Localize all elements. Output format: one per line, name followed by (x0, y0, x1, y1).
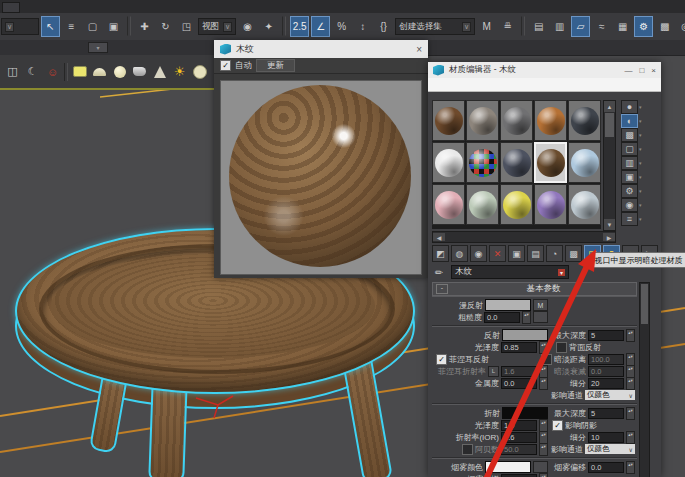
material-id-icon[interactable]: ◔ (546, 245, 563, 262)
affect-shadows-checkbox[interactable] (552, 420, 563, 431)
sun-icon[interactable]: ☀ (171, 63, 188, 80)
put-to-library-icon[interactable]: ▤ (527, 245, 544, 262)
material-slot[interactable] (466, 142, 499, 183)
scroll-down-icon[interactable]: ▼ (604, 219, 615, 230)
render-setup-icon[interactable]: ⚙ (634, 16, 653, 37)
dim-distance-checkbox[interactable] (541, 354, 552, 365)
select-by-material-icon[interactable]: ◉▾ (619, 198, 655, 211)
roughness-field[interactable]: 0.0 (484, 312, 520, 323)
snap-toggle-icon[interactable]: 2.5 (290, 16, 309, 37)
plane-light-icon[interactable] (71, 63, 88, 80)
ribbon-media-dropdown[interactable]: ▾ (88, 42, 108, 53)
sphere-light-icon[interactable] (111, 63, 128, 80)
get-material-icon[interactable]: ◩ (432, 245, 449, 262)
reflect-glossiness-field[interactable]: 0.85 (501, 342, 537, 353)
palette-vertical-scrollbar[interactable]: ▲ ▼ (603, 100, 616, 231)
affect-channels-dropdown[interactable]: 仅颜色 ∨ (585, 390, 635, 400)
window-crossing-icon[interactable]: ▣ (104, 16, 123, 37)
scale-icon[interactable]: ◳ (177, 16, 196, 37)
character-icon[interactable]: ☺ (44, 63, 61, 80)
parameters-scrollbar[interactable] (639, 282, 650, 477)
scroll-thumb[interactable] (605, 113, 614, 137)
scroll-left-icon[interactable]: ◀ (433, 233, 445, 241)
material-map-navigator-icon[interactable]: ≡▾ (619, 212, 655, 225)
material-editor-title-bar[interactable]: 材质编辑器 - 木纹 — □ × (428, 62, 661, 78)
fog-bias-field[interactable]: 0.0 (588, 462, 624, 473)
scene-explorer-icon[interactable]: ▥ (550, 16, 569, 37)
fog-color-swatch[interactable] (485, 461, 531, 473)
camera-track-icon[interactable]: ◫ (4, 63, 21, 80)
roughness-map-slot[interactable] (533, 311, 548, 323)
material-slot[interactable] (500, 184, 533, 225)
update-button[interactable]: 更新 (256, 59, 295, 72)
spinner[interactable]: ▴▾ (626, 461, 635, 474)
keyboard-override-icon[interactable]: {} (374, 16, 393, 37)
rollout-header[interactable]: - 基本参数 (432, 282, 637, 296)
selection-filter-dropdown[interactable]: ∨ (1, 18, 39, 35)
dim-falloff-field[interactable]: 0.0 (588, 366, 624, 377)
refraction-color-swatch[interactable] (502, 407, 548, 419)
scroll-right-icon[interactable]: ▶ (603, 233, 615, 241)
abbe-field[interactable]: 50.0 (501, 444, 537, 455)
video-color-check-icon[interactable]: ▥▾ (619, 156, 655, 169)
material-slot[interactable] (534, 142, 567, 183)
material-slot[interactable] (534, 100, 567, 141)
material-slot[interactable] (466, 184, 499, 225)
background-toggle-icon[interactable]: ▩ (565, 245, 582, 262)
refract-subdivs-field[interactable]: 10 (588, 432, 624, 443)
material-slot[interactable] (432, 184, 465, 225)
background-icon[interactable]: ▩▾ (619, 128, 655, 141)
material-slot[interactable] (500, 142, 533, 183)
minimize-icon[interactable]: — (624, 66, 632, 75)
material-slot[interactable] (568, 100, 601, 141)
curve-editor-icon[interactable]: ≈ (592, 16, 611, 37)
metalness-field[interactable]: 0.0 (501, 378, 537, 389)
sample-type-icon[interactable]: ●▾ (619, 100, 655, 113)
select-object-icon[interactable]: ↖ (41, 16, 60, 37)
material-slot[interactable] (432, 100, 465, 141)
percent-snap-icon[interactable]: % (332, 16, 351, 37)
toggle-explorer-icon[interactable]: ▱ (571, 16, 590, 37)
reflection-color-swatch[interactable] (502, 329, 548, 341)
material-name-dropdown[interactable]: 木纹 ▾ (451, 265, 569, 279)
subdivs-field[interactable]: 20 (588, 378, 624, 389)
ior-field[interactable]: 1.6 (501, 432, 537, 443)
pivot-center-icon[interactable]: ◉ (238, 16, 257, 37)
palette-horizontal-scrollbar[interactable]: ◀ ▶ (432, 231, 616, 243)
scroll-up-icon[interactable]: ▲ (604, 101, 615, 112)
fresnel-checkbox[interactable] (436, 354, 447, 365)
preview-title-bar[interactable]: 木纹 × (214, 40, 428, 58)
material-slot[interactable] (432, 142, 465, 183)
dome-light-icon[interactable] (91, 63, 108, 80)
spinner[interactable]: ▴▾ (539, 377, 548, 390)
backlight-icon[interactable]: ◐▾ (619, 114, 655, 127)
refract-glossiness-field[interactable]: 1.0 (501, 420, 537, 431)
auto-checkbox[interactable] (220, 60, 231, 71)
disc-light-icon[interactable] (191, 63, 208, 80)
fog-multiplier-field[interactable]: 1.0 (501, 474, 537, 477)
spinner[interactable]: ▴▾ (626, 329, 635, 342)
reset-map-icon[interactable]: ✕ (489, 245, 506, 262)
render-production-icon[interactable]: ◎ (676, 16, 685, 37)
rotate-icon[interactable]: ↻ (156, 16, 175, 37)
move-icon[interactable]: ✚ (135, 16, 154, 37)
rect-region-icon[interactable]: ▢ (83, 16, 102, 37)
maximize-icon[interactable]: □ (639, 66, 644, 75)
material-slot[interactable] (466, 100, 499, 141)
reference-coordinate-dropdown[interactable]: 视图∨ (198, 18, 236, 35)
refract-max-depth-field[interactable]: 5 (588, 408, 624, 419)
options-icon[interactable]: ⚙▾ (619, 184, 655, 197)
fog-color-map-slot[interactable] (533, 461, 548, 473)
align-icon[interactable]: ≞ (498, 16, 517, 37)
material-slot[interactable] (568, 184, 601, 225)
angle-snap-icon[interactable]: ∠ (311, 16, 330, 37)
schematic-view-icon[interactable]: ▦ (613, 16, 632, 37)
spinner-snap-icon[interactable]: ↕ (353, 16, 372, 37)
material-slot[interactable] (534, 184, 567, 225)
diffuse-color-swatch[interactable] (485, 299, 531, 311)
refract-affect-channels-dropdown[interactable]: 仅颜色 ∨ (585, 444, 635, 454)
material-slot[interactable] (568, 142, 601, 183)
material-slot[interactable] (500, 100, 533, 141)
make-preview-icon[interactable]: ▣▾ (619, 170, 655, 183)
spinner[interactable]: ▴▾ (539, 341, 548, 354)
